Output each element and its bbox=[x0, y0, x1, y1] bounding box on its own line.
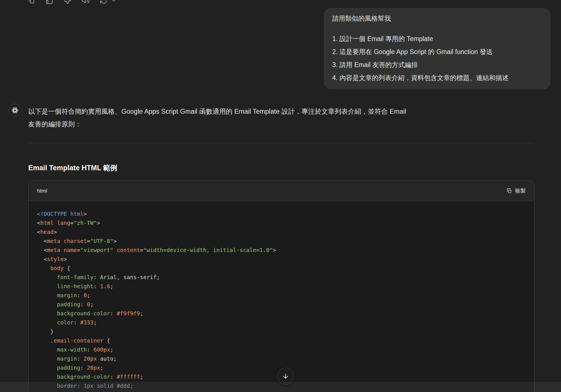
code-line: margin: 20px auto; bbox=[37, 354, 526, 363]
code-line: max-width: 600px; bbox=[37, 345, 526, 354]
read-aloud-button[interactable] bbox=[82, 0, 89, 5]
regenerate-icon bbox=[100, 0, 107, 4]
user-list-item: 2. 這是要用在 Google App Script 的 Gmail funct… bbox=[332, 45, 542, 58]
copy-code-label: 複製 bbox=[515, 187, 526, 195]
user-message-bubble: 請用類似的風格幫我 1. 設計一個 Email 專用的 Template2. 這… bbox=[324, 8, 551, 89]
assistant-paragraph: 以下是一個符合簡約實用風格、Google Apps Script Gmail 函… bbox=[28, 105, 534, 131]
code-block-header: html 複製 bbox=[29, 181, 534, 201]
thumbs-down-icon bbox=[64, 0, 71, 4]
regenerate-button[interactable] bbox=[100, 0, 107, 5]
section-heading: Email Template HTML 範例 bbox=[28, 163, 117, 172]
code-line: } bbox=[37, 327, 526, 336]
code-line: background-color: #f9f9f9; bbox=[37, 309, 526, 318]
code-block: html 複製 <!DOCTYPE html><html lang="zh-TW… bbox=[28, 180, 534, 392]
model-switch-button[interactable] bbox=[111, 0, 116, 5]
assistant-avatar bbox=[8, 104, 21, 117]
bad-response-button[interactable] bbox=[64, 0, 71, 5]
code-line: <style> bbox=[37, 255, 526, 264]
openai-logo-icon bbox=[11, 106, 19, 114]
code-content: <!DOCTYPE html><html lang="zh-TW"><head>… bbox=[29, 201, 534, 391]
user-message-list: 1. 設計一個 Email 專用的 Template2. 這是要用在 Googl… bbox=[332, 32, 542, 84]
good-response-button[interactable] bbox=[46, 0, 53, 5]
code-line: padding: 0; bbox=[37, 300, 526, 309]
copy-icon bbox=[506, 188, 512, 194]
copy-icon bbox=[28, 0, 35, 4]
section-divider bbox=[28, 143, 534, 143]
user-message-text: 請用類似的風格幫我 bbox=[332, 14, 542, 23]
message-toolbar bbox=[28, 0, 116, 5]
assistant-paragraph-line: 以下是一個符合簡約實用風格、Google Apps Script Gmail 函… bbox=[28, 105, 534, 118]
code-line: <html lang="zh-TW"> bbox=[37, 219, 526, 228]
copy-code-button[interactable]: 複製 bbox=[506, 187, 526, 195]
assistant-paragraph-line: 友善的編排原則： bbox=[28, 118, 534, 131]
code-line: line-height: 1.6; bbox=[37, 282, 526, 291]
read-aloud-icon bbox=[82, 0, 90, 5]
user-list-item: 1. 設計一個 Email 專用的 Template bbox=[332, 32, 542, 45]
code-line: margin: 0; bbox=[37, 291, 526, 300]
scroll-to-bottom-button[interactable] bbox=[277, 368, 294, 385]
arrow-down-icon bbox=[282, 372, 289, 380]
code-line: body { bbox=[37, 264, 526, 273]
code-line: font-family: Arial, sans-serif; bbox=[37, 273, 526, 282]
copy-message-button[interactable] bbox=[28, 0, 35, 5]
user-list-item: 3. 請用 Email 友善的方式編排 bbox=[332, 58, 542, 71]
code-line: <head> bbox=[37, 228, 526, 237]
user-list-item: 4. 內容是文章的列表介紹，資料包含文章的標題、連結和描述 bbox=[332, 71, 542, 84]
code-line: <meta charset="UTF-8"> bbox=[37, 237, 526, 246]
chevron-down-icon bbox=[111, 0, 116, 3]
code-line: color: #333; bbox=[37, 318, 526, 327]
code-line: <!DOCTYPE html> bbox=[37, 210, 526, 219]
code-line: .email-container { bbox=[37, 336, 526, 345]
thumbs-up-icon bbox=[46, 0, 53, 4]
code-line: <meta name="viewport" content="width=dev… bbox=[37, 246, 526, 255]
code-language-label: html bbox=[37, 188, 47, 194]
